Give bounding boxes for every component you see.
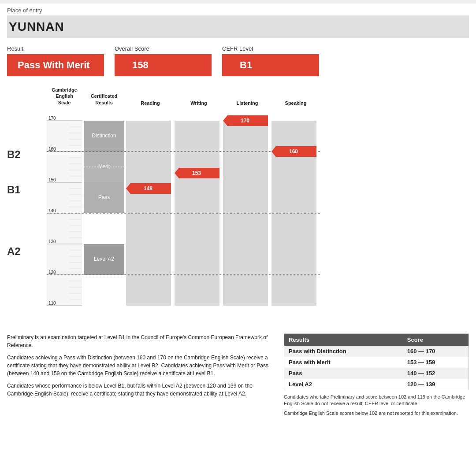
chart-headers: CambridgeEnglishScale CertificatedResult… [7, 87, 469, 106]
tick-110: 110 [48, 301, 56, 306]
table-row: Pass 140 — 152 [284, 368, 469, 379]
cert-merit-label: Merit [98, 163, 110, 170]
results-note-1: Candidates who take Preliminary and scor… [284, 394, 469, 407]
place-of-entry-value: YUNNAN [7, 20, 64, 33]
result-pass: Pass [284, 368, 403, 379]
desc-para-1: Preliminary is an examination targeted a… [7, 333, 273, 349]
cefr-label: CEFR Level [222, 45, 319, 52]
col-header-writing: Writing [175, 100, 223, 106]
result-distinction: Pass with Distinction [284, 346, 403, 357]
results-table: Results Score Pass with Distinction 160 … [284, 333, 469, 390]
tick-170: 170 [48, 116, 56, 121]
col-header-listening: Listening [223, 100, 271, 106]
tick-120: 120 [48, 270, 56, 275]
table-row: Pass with Distinction 160 — 170 [284, 346, 469, 357]
overall-value: 158 [115, 54, 212, 76]
cefr-value: B1 [222, 54, 319, 76]
cefr-b1-label: B1 [7, 184, 21, 196]
speaking-score: 160 [289, 148, 298, 155]
tick-150: 150 [48, 177, 56, 182]
col-header-reading: Reading [126, 100, 175, 106]
chart-section: CambridgeEnglishScale CertificatedResult… [0, 87, 476, 329]
overall-label: Overall Score [115, 45, 212, 52]
desc-para-3: Candidates whose performance is below Le… [7, 382, 273, 398]
result-merit: Pass with Merit [284, 357, 403, 368]
cefr-block: CEFR Level B1 [222, 45, 319, 76]
bottom-left: Preliminary is an examination targeted a… [7, 333, 273, 398]
score-a2: 120 — 139 [403, 379, 469, 390]
score-distinction: 160 — 170 [403, 346, 469, 357]
chart-body: B2 B1 A2 170 160 150 140 130 120 [7, 107, 469, 320]
scores-row: Result Pass With Merit Overall Score 158… [0, 45, 476, 87]
result-value: Pass With Merit [7, 54, 104, 76]
score-col-header: Score [403, 333, 469, 346]
tick-130: 130 [48, 239, 56, 244]
results-note-2: Cambridge English Scale scores below 102… [284, 410, 469, 417]
col-header-scale: CambridgeEnglishScale [47, 87, 82, 106]
result-a2: Level A2 [284, 379, 403, 390]
score-merit: 153 — 159 [403, 357, 469, 368]
name-bar: YUNNAN [7, 15, 469, 38]
bottom-right: Results Score Pass with Distinction 160 … [284, 333, 469, 417]
table-row: Level A2 120 — 139 [284, 379, 469, 390]
col-header-speaking: Speaking [271, 100, 320, 106]
result-block: Result Pass With Merit [7, 45, 104, 76]
cert-pass-label: Pass [98, 194, 110, 200]
tick-160: 160 [48, 147, 56, 152]
col-header-cert: CertificatedResults [82, 93, 126, 106]
results-col-header: Results [284, 333, 403, 346]
score-pass: 140 — 152 [403, 368, 469, 379]
top-bar [0, 0, 476, 4]
overall-block: Overall Score 158 [115, 45, 212, 76]
tick-140: 140 [48, 208, 56, 213]
chart-svg: B2 B1 A2 170 160 150 140 130 120 [7, 107, 329, 319]
desc-para-2: Candidates achieving a Pass with Distinc… [7, 354, 273, 377]
cefr-a2-label: A2 [7, 245, 21, 257]
table-row: Pass with Merit 153 — 159 [284, 357, 469, 368]
cert-distinction-label: Distinction [92, 133, 116, 139]
bottom-section: Preliminary is an examination targeted a… [0, 329, 476, 425]
writing-score: 153 [192, 170, 201, 176]
place-of-entry-label: Place of entry [7, 7, 469, 14]
listening-score: 170 [241, 118, 249, 124]
cefr-b2-label: B2 [7, 148, 21, 160]
cert-a2-label: Level A2 [94, 256, 114, 262]
result-label: Result [7, 45, 104, 52]
reading-score: 148 [144, 185, 152, 192]
